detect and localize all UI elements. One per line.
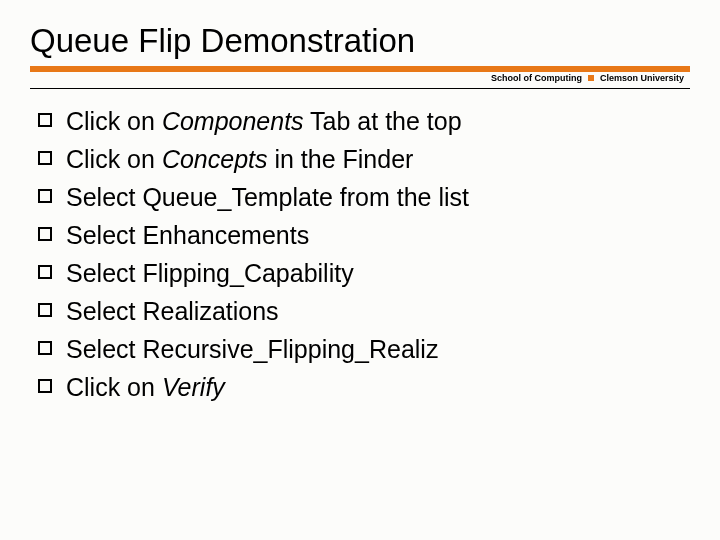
subheader: School of Computing Clemson University: [30, 72, 690, 87]
list-item: Select Realizations: [38, 294, 690, 328]
bullet-icon: [38, 113, 52, 127]
subheader-left: School of Computing: [491, 73, 582, 83]
thin-rule: [30, 88, 690, 89]
list-item: Click on Verify: [38, 370, 690, 404]
list-item: Select Flipping_Capability: [38, 256, 690, 290]
list-item: Click on Concepts in the Finder: [38, 142, 690, 176]
list-text: Select Enhancements: [66, 218, 309, 252]
list-text: Click on Components Tab at the top: [66, 104, 462, 138]
list-text: Select Recursive_Flipping_Realiz: [66, 332, 438, 366]
divider: School of Computing Clemson University: [30, 66, 690, 89]
list-text: Click on Verify: [66, 370, 225, 404]
bullet-icon: [38, 303, 52, 317]
content-list: Click on Components Tab at the top Click…: [30, 90, 690, 404]
list-text: Click on Concepts in the Finder: [66, 142, 413, 176]
square-icon: [588, 75, 594, 81]
bullet-icon: [38, 379, 52, 393]
list-item: Click on Components Tab at the top: [38, 104, 690, 138]
bullet-icon: [38, 189, 52, 203]
bullet-icon: [38, 341, 52, 355]
list-text: Select Realizations: [66, 294, 279, 328]
subheader-right: Clemson University: [600, 73, 684, 83]
slide-title: Queue Flip Demonstration: [30, 22, 690, 60]
list-text: Select Queue_Template from the list: [66, 180, 469, 214]
list-item: Select Recursive_Flipping_Realiz: [38, 332, 690, 366]
list-item: Select Queue_Template from the list: [38, 180, 690, 214]
bullet-icon: [38, 151, 52, 165]
list-item: Select Enhancements: [38, 218, 690, 252]
bullet-icon: [38, 227, 52, 241]
bullet-icon: [38, 265, 52, 279]
list-text: Select Flipping_Capability: [66, 256, 354, 290]
